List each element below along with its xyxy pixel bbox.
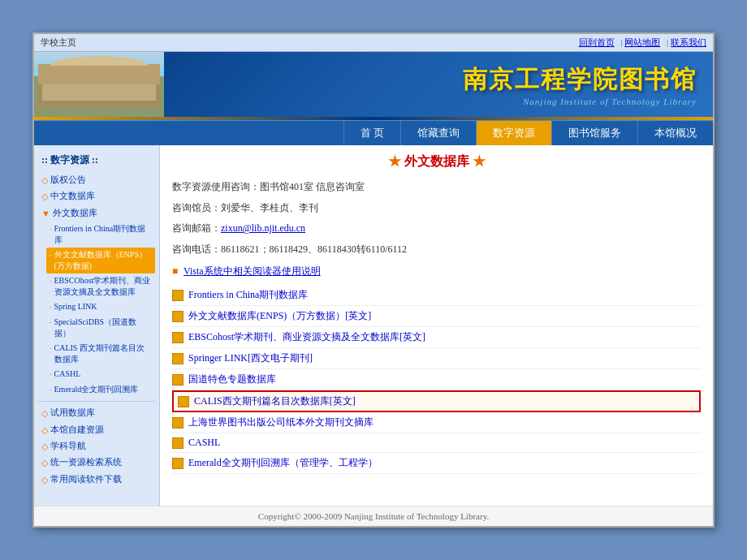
- db-item-enps: 外文文献数据库(ENPS)（万方数据）[英文]: [172, 306, 701, 327]
- db-link-enps[interactable]: 外文文献数据库(ENPS)（万方数据）[英文]: [188, 309, 371, 323]
- bullet-icon: ◇: [41, 441, 48, 453]
- sidebar-item-ebsco[interactable]: · EBSCOhost学术期刊、商业资源文摘及全文数据库: [46, 274, 155, 299]
- db-item-ebsco: EBSCohost学术期刊、商业资源文摘及全文数据库[英文]: [172, 327, 701, 348]
- header-banner: 南京工程学院图书馆 Nanjing Institute of Technolog…: [34, 52, 713, 117]
- bullet-icon: ▼: [41, 208, 50, 220]
- email-link[interactable]: zixun@lib.njit.edu.cn: [221, 222, 305, 234]
- db-link-cashl[interactable]: CASHL: [188, 437, 220, 449]
- title-chinese: 南京工程学院图书馆: [463, 63, 697, 97]
- footer: Copyright© 2000-2009 Nanjing Institute o…: [34, 506, 713, 526]
- sidebar-item-special[interactable]: · SpecialSciDBS（国道数据）: [46, 315, 155, 341]
- nav-about[interactable]: 本馆概况: [637, 121, 713, 145]
- db-item-guodao: 国道特色专题数据库: [172, 369, 701, 390]
- db-link-ebsco[interactable]: EBSCohost学术期刊、商业资源文摘及全文数据库[英文]: [188, 330, 425, 344]
- bullet-icon: ◇: [41, 191, 48, 203]
- bullet-icon: ·: [50, 369, 52, 381]
- bullet-icon: ◇: [41, 424, 48, 437]
- db-item-springer: Springer LINK[西文电子期刊]: [172, 348, 701, 369]
- info-email: 咨询邮箱：zixun@lib.njit.edu.cn: [172, 220, 701, 238]
- sidebar-item-trial[interactable]: ◇ 试用数据库: [38, 405, 155, 421]
- vista-icon: ■: [172, 265, 178, 277]
- sidebar-item-subject[interactable]: ◇ 学科导航: [38, 438, 155, 454]
- title-english: Nanjing Institute of Technology Library: [523, 97, 697, 106]
- info-phone: 咨询电话：86118621；86118429、86118430转6110/611…: [172, 241, 701, 259]
- db-link-shanghai[interactable]: 上海世界图书出版公司纸本外文期刊文摘库: [188, 416, 374, 429]
- db-icon: [172, 290, 184, 301]
- sidebar-item-software[interactable]: ◇ 常用阅读软件下载: [38, 472, 155, 488]
- db-link-guodao[interactable]: 国道特色专题数据库: [188, 373, 276, 386]
- bullet-icon: ·: [50, 224, 52, 235]
- top-bar: 学校主页 回到首页 | 网站地图 | 联系我们: [34, 34, 713, 52]
- contact-link[interactable]: 联系我们: [671, 37, 706, 47]
- main-nav: 首 页 馆藏查询 数字资源 图书馆服务 本馆概况: [34, 120, 713, 145]
- vista-link[interactable]: Vista系统中相关阅读器使用说明: [184, 265, 321, 277]
- sitemap-link[interactable]: 网站地图: [624, 37, 660, 47]
- sidebar: :: 数字资源 :: ◇ 版权公告 ◇ 中文数据库 ▼ 外文数据库 · Fron…: [34, 145, 160, 506]
- sidebar-item-foreign-db[interactable]: ▼ 外文数据库: [38, 205, 155, 222]
- page-title: ★ 外文数据库 ★: [172, 153, 701, 170]
- sidebar-sub-items: · Frontiers in China期刊数据库 · 外文文献数据库（ENPS…: [38, 222, 155, 398]
- db-icon: [172, 417, 184, 429]
- db-item-emerald: Emerald全文期刊回溯库（管理学、工程学）: [172, 453, 701, 474]
- nav-digital[interactable]: 数字资源: [476, 121, 551, 145]
- db-icon: [172, 311, 184, 322]
- db-icon: [172, 458, 184, 469]
- db-icon: [172, 353, 184, 364]
- sidebar-item-frontiers[interactable]: · Frontiers in China期刊数据库: [46, 222, 155, 248]
- bullet-icon: ·: [50, 276, 52, 287]
- nav-services[interactable]: 图书馆服务: [551, 121, 637, 145]
- sidebar-item-copyright[interactable]: ◇ 版权公告: [38, 172, 155, 188]
- sidebar-item-local[interactable]: ◇ 本馆自建资源: [38, 422, 155, 438]
- bullet-icon: ·: [50, 302, 52, 313]
- bullet-icon: ·: [50, 250, 52, 261]
- sidebar-item-chinese-db[interactable]: ◇ 中文数据库: [38, 188, 155, 205]
- sidebar-item-calis[interactable]: · CALIS 西文期刊篇名目次数据库: [46, 341, 155, 367]
- db-icon: [172, 374, 184, 386]
- db-link-frontiers[interactable]: Frontiers in China期刊数据库: [188, 288, 308, 302]
- bullet-icon: ·: [50, 343, 52, 355]
- bullet-icon: ◇: [41, 407, 48, 420]
- star-right: ★: [473, 154, 486, 168]
- db-icon: [178, 396, 189, 407]
- info-consultation: 数字资源使用咨询：图书馆401室 信息咨询室: [172, 179, 701, 196]
- school-homepage-link[interactable]: 学校主页: [41, 37, 76, 49]
- sidebar-item-enps[interactable]: · 外文文献数据库（ENPS）(万方数据): [46, 248, 155, 274]
- db-link-calis[interactable]: CALIS西文期刊篇名目次数据库[英文]: [194, 394, 356, 408]
- building-image: [34, 52, 164, 117]
- db-link-emerald[interactable]: Emerald全文期刊回溯库（管理学、工程学）: [188, 456, 378, 470]
- top-links: 回到首页 | 网站地图 | 联系我们: [579, 37, 706, 49]
- sidebar-divider: [38, 401, 155, 402]
- info-staff: 咨询馆员：刘爱华、李桂贞、李刊: [172, 200, 701, 218]
- footer-text: Copyright© 2000-2009 Nanjing Institute o…: [258, 511, 489, 521]
- bullet-icon: ◇: [41, 474, 48, 486]
- bullet-icon: ·: [50, 385, 52, 396]
- sidebar-title: :: 数字资源 ::: [38, 152, 155, 169]
- sidebar-item-emerald[interactable]: · Emerald全文期刊回溯库: [46, 382, 155, 398]
- home-link[interactable]: 回到首页: [579, 37, 615, 47]
- nav-catalog[interactable]: 馆藏查询: [400, 121, 476, 145]
- db-icon: [172, 332, 184, 343]
- db-icon: [172, 437, 184, 449]
- db-item-cashl: CASHL: [172, 433, 701, 453]
- content-area: ★ 外文数据库 ★ 数字资源使用咨询：图书馆401室 信息咨询室 咨询馆员：刘爱…: [160, 145, 713, 506]
- sidebar-item-unified[interactable]: ◇ 统一资源检索系统: [38, 454, 155, 471]
- main-content: :: 数字资源 :: ◇ 版权公告 ◇ 中文数据库 ▼ 外文数据库 · Fron…: [34, 145, 713, 506]
- db-item-shanghai: 上海世界图书出版公司纸本外文期刊文摘库: [172, 412, 701, 433]
- db-item-frontiers: Frontiers in China期刊数据库: [172, 285, 701, 306]
- library-title: 南京工程学院图书馆 Nanjing Institute of Technolog…: [164, 63, 713, 106]
- database-list: Frontiers in China期刊数据库 外文文献数据库(ENPS)（万方…: [172, 285, 701, 474]
- nav-home[interactable]: 首 页: [343, 121, 400, 145]
- db-link-springer[interactable]: Springer LINK[西文电子期刊]: [188, 351, 313, 365]
- star-left: ★: [388, 154, 401, 168]
- db-item-calis: CALIS西文期刊篇名目次数据库[英文]: [172, 390, 701, 412]
- vista-section: ■ Vista系统中相关阅读器使用说明: [172, 265, 701, 278]
- sidebar-item-cashl[interactable]: · CASHL: [46, 367, 155, 382]
- bullet-icon: ·: [50, 317, 52, 329]
- bullet-icon: ◇: [41, 174, 48, 187]
- bullet-icon: ◇: [41, 457, 48, 469]
- sidebar-item-spring[interactable]: · Spring LINK: [46, 299, 155, 315]
